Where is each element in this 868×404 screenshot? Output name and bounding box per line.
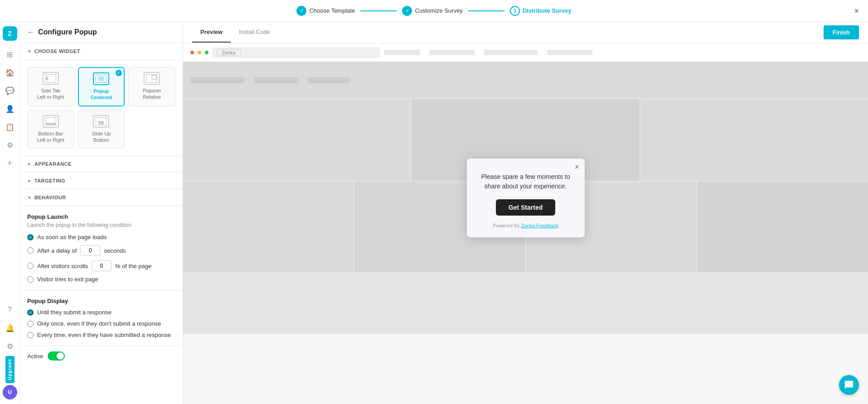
nav-add-icon[interactable]: + xyxy=(2,155,18,171)
option-page-loads: As soon as the page loads xyxy=(27,234,175,240)
user-avatar[interactable]: U xyxy=(3,385,17,399)
chevron-right-icon2: ▼ xyxy=(27,178,32,183)
label-exit-intent: Visitor tries to exit page xyxy=(37,276,98,283)
radio-once-no-submit[interactable] xyxy=(27,321,34,327)
popup-box: × Please spare a few moments to share ab… xyxy=(467,159,585,237)
label-after-scroll-suffix: % of the page xyxy=(115,263,151,269)
config-header: ← Configure Popup xyxy=(20,22,183,43)
section-appearance-header[interactable]: ▼ APPEARANCE xyxy=(20,156,183,173)
active-toggle[interactable] xyxy=(48,351,65,361)
delay-seconds-input[interactable] xyxy=(80,245,100,256)
upgrade-button[interactable]: Upgrade xyxy=(5,356,15,383)
active-label: Active xyxy=(27,353,43,360)
widget-side-tab[interactable]: Side TabLeft or Right xyxy=(27,67,74,106)
popup-centered-label: PopupCentered xyxy=(91,88,112,101)
upgrade-label: Upgrade xyxy=(7,359,12,380)
radio-page-loads[interactable] xyxy=(27,234,34,240)
widget-grid: Side TabLeft or Right ✓ PopupCentered xyxy=(27,67,175,148)
popup-cta-button[interactable]: Get Started xyxy=(496,199,555,216)
browser-toolbar: Zonka xyxy=(183,43,868,62)
powered-by-link[interactable]: Zonka Feedback xyxy=(521,223,558,228)
section-behaviour-header[interactable]: ▼ BEHAVIOUR xyxy=(20,189,183,206)
close-wizard-button[interactable]: × xyxy=(854,6,859,15)
section-choose-widget-label: CHOOSE WIDGET xyxy=(34,48,80,54)
popup-powered-by: Powered By Zonka Feedback xyxy=(478,223,574,228)
chevron-right-icon: ▼ xyxy=(27,162,32,166)
step3-label: Distribute Survey xyxy=(523,7,572,14)
widget-slide-up[interactable]: Slide UpBottom xyxy=(78,110,125,149)
popup-centered-icon xyxy=(93,72,109,85)
url-text: Zonka xyxy=(217,49,241,56)
nav-bell-icon[interactable]: 🔔 xyxy=(2,320,18,336)
browser-brand-label: Zonka xyxy=(217,49,241,56)
popup-display-title: Popup Display xyxy=(27,298,175,304)
step-customize-survey: ✓ Customize Survey xyxy=(402,6,462,16)
nav-surveys-icon[interactable]: 📋 xyxy=(2,119,18,135)
config-title: Configure Popup xyxy=(38,28,97,36)
nav-home-icon[interactable]: ⊞ xyxy=(2,46,18,63)
finish-button[interactable]: Finish xyxy=(824,25,859,39)
tab-install-code[interactable]: Install Code xyxy=(231,22,278,43)
preview-header: Preview Install Code Finish xyxy=(183,22,868,43)
browser-dot-yellow xyxy=(198,51,201,54)
section-choose-widget-header[interactable]: ▼ CHOOSE WIDGET xyxy=(20,43,183,60)
back-button[interactable]: ← xyxy=(27,28,34,36)
label-until-submit: Until they submit a response xyxy=(37,309,112,316)
step-line-1 xyxy=(360,10,397,11)
popup-overlay: × Please spare a few moments to share ab… xyxy=(183,62,868,334)
selected-check-icon: ✓ xyxy=(116,70,122,76)
radio-every-time[interactable] xyxy=(27,332,34,338)
bottom-bar-label: Bottom BarLeft or Right xyxy=(37,130,64,144)
nav-help-icon[interactable]: ? xyxy=(2,302,18,318)
step2-label: Customize Survey xyxy=(415,7,462,14)
powered-by-text: Powered By xyxy=(493,223,521,228)
widget-popover-relative[interactable]: PopoverRelative xyxy=(128,67,175,106)
browser-content: × Please spare a few moments to share ab… xyxy=(183,62,868,334)
config-body: ▼ CHOOSE WIDGET Side TabLeft or Right ✓ xyxy=(20,43,183,404)
nav-messages-icon[interactable]: 💬 xyxy=(2,82,18,99)
popup-close-button[interactable]: × xyxy=(575,163,579,171)
top-bar: ✓ Choose Template ✓ Customize Survey 3 D… xyxy=(0,0,868,22)
svg-rect-3 xyxy=(98,77,104,81)
option-every-time: Every time, even if they have submitted … xyxy=(27,332,175,338)
popup-launch-options: As soon as the page loads After a delay … xyxy=(27,234,175,283)
browser-dot-red xyxy=(190,51,194,54)
app-logo: Z xyxy=(3,26,17,41)
option-after-scroll: After visitors scrolls % of the page xyxy=(27,260,175,271)
behaviour-content: Popup Launch Launch the popup in the fol… xyxy=(20,206,183,290)
popup-display-content: Popup Display Until they submit a respon… xyxy=(20,290,183,346)
radio-until-submit[interactable] xyxy=(27,309,34,316)
nav-contacts-icon[interactable]: 👤 xyxy=(2,101,18,117)
chat-bubble-button[interactable] xyxy=(839,375,859,395)
fake-nav-links xyxy=(384,50,861,55)
section-targeting-header[interactable]: ▼ TARGETING xyxy=(20,173,183,189)
svg-rect-7 xyxy=(45,123,56,125)
nav-sidebar: Z ⊞ 🏠 💬 👤 📋 ⚙ + ? 🔔 ⚙ Upgrade U xyxy=(0,22,20,404)
label-page-loads: As soon as the page loads xyxy=(37,234,107,240)
option-once-no-submit: Only once, even if they don't submit a r… xyxy=(27,320,175,327)
widget-bottom-bar[interactable]: Bottom BarLeft or Right xyxy=(27,110,74,149)
step2-check-icon: ✓ xyxy=(402,6,412,16)
config-panel: ← Configure Popup ▼ CHOOSE WIDGET Side T… xyxy=(20,22,183,404)
chevron-down-icon: ▼ xyxy=(27,49,32,54)
label-after-scroll-prefix: After visitors scrolls xyxy=(37,263,88,269)
nav-settings-icon[interactable]: ⚙ xyxy=(2,338,18,354)
nav-integrations-icon[interactable]: ⚙ xyxy=(2,137,18,153)
nav-dashboard-icon[interactable]: 🏠 xyxy=(2,64,18,81)
browser-dot-green xyxy=(205,51,209,54)
step1-check-icon: ✓ xyxy=(296,6,306,16)
step3-num-icon: 3 xyxy=(510,6,520,16)
svg-rect-1 xyxy=(45,77,48,80)
step-choose-template: ✓ Choose Template xyxy=(296,6,355,16)
popup-launch-desc: Launch the popup in the following condit… xyxy=(27,222,175,228)
chevron-down-icon2: ▼ xyxy=(27,195,32,200)
radio-after-delay[interactable] xyxy=(27,247,34,254)
radio-exit-intent[interactable] xyxy=(27,276,34,283)
popover-relative-label: PopoverRelative xyxy=(143,87,161,101)
scroll-percent-input[interactable] xyxy=(92,260,112,271)
wizard-steps: ✓ Choose Template ✓ Customize Survey 3 D… xyxy=(296,6,571,16)
step1-label: Choose Template xyxy=(309,7,355,14)
widget-popup-centered[interactable]: ✓ PopupCentered xyxy=(78,67,125,106)
radio-after-scroll[interactable] xyxy=(27,263,34,269)
tab-preview[interactable]: Preview xyxy=(192,22,231,43)
